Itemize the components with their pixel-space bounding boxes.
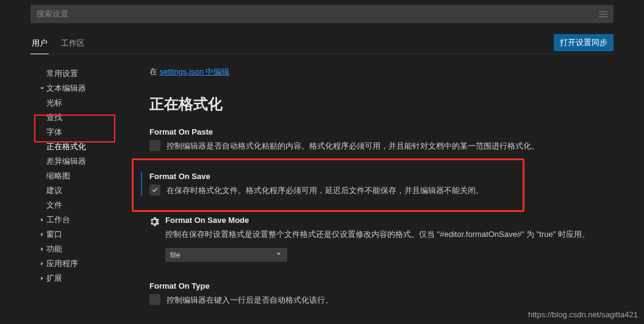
setting-title: Format On Paste	[149, 127, 607, 136]
setting-format-on-save-mode: Format On Save Mode 控制在保存时设置格式是设置整个文件格式还…	[149, 216, 607, 262]
setting-title: Format On Save Mode	[165, 216, 607, 225]
sidebar-item-window[interactable]: 窗口	[30, 227, 131, 242]
search-placeholder: 搜索设置	[37, 9, 68, 19]
sidebar-item-extensions[interactable]: 扩展	[30, 271, 131, 286]
setting-description: 控制编辑器在键入一行后是否自动格式化该行。	[166, 294, 333, 306]
chevron-down-icon	[275, 250, 282, 259]
sidebar-item-find[interactable]: 查找	[30, 110, 131, 125]
tab-user[interactable]: 用户	[30, 34, 49, 54]
sidebar-item-workbench[interactable]: 工作台	[30, 213, 131, 227]
format-on-type-checkbox[interactable]	[149, 294, 160, 305]
chevron-right-icon	[38, 260, 46, 267]
sidebar-item-suggestions[interactable]: 建议	[30, 183, 131, 198]
watermark: https://blog.csdn.net/sagitta421	[528, 310, 638, 319]
gear-icon[interactable]	[149, 217, 159, 228]
settings-json-link[interactable]: settings.json 中编辑	[160, 67, 230, 76]
setting-description: 控制在保存时设置格式是设置整个文件格式还是仅设置修改内容的格式。仅当 "#edi…	[165, 228, 607, 241]
sidebar-item-minimap[interactable]: 缩略图	[30, 169, 131, 183]
setting-title: Format On Type	[149, 281, 607, 291]
chevron-right-icon	[38, 216, 46, 224]
setting-format-on-save: Format On Save 在保存时格式化文件。格式化程序必须可用，延迟后文件…	[141, 172, 607, 197]
chevron-right-icon	[38, 275, 46, 282]
setting-format-on-type: Format On Type 控制编辑器在键入一行后是否自动格式化该行。	[149, 281, 607, 306]
edit-in-settings-json[interactable]: 在 settings.json 中编辑	[149, 66, 607, 77]
setting-description: 在保存时格式化文件。格式化程序必须可用，延迟后文件不能保存，并且编辑器不能关闭。	[166, 185, 484, 197]
check-icon	[151, 186, 159, 194]
open-settings-sync-button[interactable]: 打开设置同步	[554, 34, 614, 51]
settings-content: 在 settings.json 中编辑 正在格式化 Format On Past…	[131, 66, 614, 324]
sidebar-item-cursor[interactable]: 光标	[30, 96, 131, 110]
sidebar-item-frequently-used[interactable]: 常用设置	[30, 66, 131, 81]
sidebar-item-font[interactable]: 字体	[30, 125, 131, 139]
format-on-save-checkbox[interactable]	[149, 185, 160, 195]
format-on-save-mode-dropdown[interactable]: file	[165, 248, 287, 262]
setting-description: 控制编辑器是否自动格式化粘贴的内容。格式化程序必须可用，并且能针对文档中的某一范…	[166, 140, 539, 152]
sidebar-item-diff-editor[interactable]: 差异编辑器	[30, 154, 131, 169]
sidebar-item-applications[interactable]: 应用程序	[30, 256, 131, 271]
sidebar-item-files[interactable]: 文件	[30, 198, 131, 213]
chevron-down-icon	[38, 85, 46, 92]
chevron-right-icon	[38, 231, 46, 238]
chevron-right-icon	[38, 245, 46, 253]
setting-format-on-paste: Format On Paste 控制编辑器是否自动格式化粘贴的内容。格式化程序必…	[149, 127, 607, 152]
section-heading: 正在格式化	[149, 94, 607, 114]
sidebar-item-features[interactable]: 功能	[30, 242, 131, 256]
search-settings-input[interactable]: 搜索设置	[30, 5, 614, 23]
sidebar-item-formatting[interactable]: 正在格式化	[30, 139, 131, 154]
tab-workspace[interactable]: 工作区	[60, 34, 86, 54]
filter-icon[interactable]	[599, 12, 607, 17]
dropdown-value: file	[170, 250, 181, 259]
sidebar-item-text-editor[interactable]: 文本编辑器	[30, 81, 131, 96]
setting-title: Format On Save	[149, 172, 607, 181]
format-on-paste-checkbox[interactable]	[149, 140, 160, 151]
settings-sidebar: 常用设置 文本编辑器 光标 查找 字体 正在格式化 差异编辑器 缩略图 建议 文…	[30, 66, 131, 324]
